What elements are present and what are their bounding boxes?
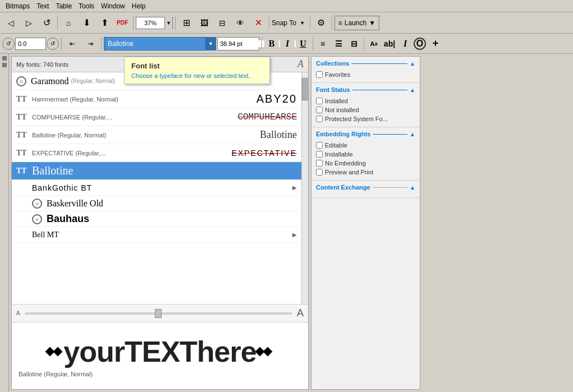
- slider-track[interactable]: [25, 312, 292, 315]
- add-btn[interactable]: +: [427, 35, 444, 52]
- font-selector-arrow[interactable]: ▼: [205, 37, 216, 50]
- view-btn[interactable]: 👁: [232, 15, 249, 31]
- font-item-baskerville[interactable]: o Baskerville Old: [12, 196, 301, 211]
- indent-left-btn[interactable]: ⇤: [64, 35, 81, 52]
- collections-favorites-row[interactable]: Favorites: [316, 70, 415, 79]
- align-btn[interactable]: ≡: [315, 36, 330, 51]
- menu-table[interactable]: Table: [52, 1, 75, 11]
- tooltip-selected: selected: [214, 72, 237, 79]
- font-name-input[interactable]: [104, 40, 205, 48]
- upload-btn[interactable]: ⬆: [96, 15, 113, 31]
- menu-bitmaps[interactable]: Bitmaps: [2, 1, 33, 11]
- font-size-a-btn[interactable]: Aa: [366, 36, 381, 51]
- table-btn[interactable]: ⊟: [214, 15, 231, 31]
- slider-thumb[interactable]: [155, 309, 162, 318]
- preview-print-row[interactable]: Preview and Print: [316, 168, 415, 177]
- editable-checkbox[interactable]: [316, 142, 323, 149]
- expectative-meta: EXPECTATIVE (Regular,...: [32, 150, 106, 156]
- font-item-compuhearse[interactable]: TT COMPUHEARSE (Regular,... COMPUHEARSE: [12, 108, 301, 126]
- ballotine-type-icon: TT: [16, 131, 27, 140]
- collections-label: Collections: [316, 60, 349, 67]
- zoom-box[interactable]: ▼: [136, 17, 173, 29]
- menu-window[interactable]: Window: [98, 1, 129, 11]
- not-installed-checkbox[interactable]: [316, 107, 323, 113]
- list2-btn[interactable]: ⊟: [347, 36, 361, 51]
- installable-checkbox[interactable]: [316, 151, 323, 158]
- scrollbar-v[interactable]: [301, 72, 308, 304]
- forward-btn[interactable]: ▷: [20, 15, 37, 31]
- sep9: [262, 37, 262, 50]
- bankgothic-arrow: ▶: [292, 185, 297, 191]
- redo-btn[interactable]: ↺: [47, 38, 59, 50]
- preview-print-checkbox[interactable]: [316, 169, 323, 176]
- collections-title: Collections ▲: [316, 60, 415, 67]
- menu-text[interactable]: Text: [33, 1, 52, 11]
- back-btn[interactable]: ◁: [2, 15, 19, 31]
- circle2-btn[interactable]: O: [414, 38, 426, 50]
- menu-help[interactable]: Help: [129, 1, 149, 11]
- embedding-expand[interactable]: ▲: [410, 131, 415, 137]
- home-btn[interactable]: ⌂: [60, 15, 77, 31]
- font-item-ballotine-selected[interactable]: TT Ballotine: [12, 162, 301, 180]
- no-embed-row[interactable]: No Embedding: [316, 159, 415, 168]
- no-embedding-checkbox[interactable]: [316, 160, 323, 167]
- sidebar-dot-1[interactable]: [2, 56, 7, 61]
- cross-btn[interactable]: ✕: [250, 15, 267, 31]
- bold-btn[interactable]: B: [264, 36, 279, 51]
- crop-btn[interactable]: ⊞: [178, 15, 195, 31]
- sidebar-dot-2[interactable]: [2, 63, 7, 67]
- ballotine-sel-icon: TT: [16, 167, 27, 176]
- not-installed-row[interactable]: Not installed: [316, 105, 415, 114]
- underline-btn[interactable]: U: [296, 36, 310, 51]
- main-area: My fonts: 740 fonts A Font list Choose a…: [0, 54, 573, 392]
- indent-right-btn[interactable]: ⇥: [82, 35, 99, 52]
- installable-row[interactable]: Installable: [316, 150, 415, 159]
- char-btn[interactable]: ab|: [382, 36, 397, 51]
- launch-btn[interactable]: ≡ Launch ▼: [334, 16, 379, 30]
- img-btn[interactable]: 🖼: [196, 15, 213, 31]
- font-item-bauhaus[interactable]: o Bauhaus: [12, 211, 301, 227]
- sep4: [269, 16, 269, 30]
- installed-row[interactable]: Installed: [316, 96, 415, 105]
- font-status-expand[interactable]: ▲: [410, 87, 415, 93]
- font-selector[interactable]: ▼: [104, 37, 216, 50]
- protected-row[interactable]: Protected System Fo...: [316, 114, 415, 123]
- zoom-input[interactable]: [136, 20, 164, 26]
- editable-label: Editable: [325, 142, 347, 149]
- compuhearse-preview: COMPUHEARSE: [237, 112, 297, 122]
- gear-btn[interactable]: ⚙: [313, 15, 329, 31]
- launch-arrow[interactable]: ▼: [369, 19, 375, 27]
- snap-arrow[interactable]: ▼: [297, 17, 308, 29]
- list-btn[interactable]: ☰: [331, 36, 346, 51]
- scrollbar-thumb[interactable]: [302, 78, 308, 100]
- font-item-ballotine[interactable]: TT Ballotine (Regular, Normal) Ballotine: [12, 126, 301, 144]
- italic2-btn[interactable]: I: [398, 36, 412, 51]
- zoom-arrow[interactable]: ▼: [164, 17, 172, 29]
- font-item-bellmt[interactable]: Bell MT ▶: [12, 227, 301, 243]
- snap-selector[interactable]: Snap To ▼: [272, 17, 308, 29]
- font-item-expectative[interactable]: TT EXPECTATIVE (Regular,... EXPECTATIVE: [12, 144, 301, 162]
- bellmt-name: Bell MT: [32, 230, 59, 239]
- favorites-checkbox[interactable]: [316, 71, 323, 78]
- font-item-hammermart[interactable]: TT Hammermart (Regular, Normal) ABY20: [12, 90, 301, 108]
- menu-tools[interactable]: Tools: [75, 1, 98, 11]
- size-selector[interactable]: ▼: [217, 37, 259, 50]
- undo-btn[interactable]: ↺: [2, 38, 15, 50]
- tooltip-new: new: [194, 72, 205, 79]
- content-exchange-label: Content Exchange: [316, 184, 370, 191]
- content-exchange-expand[interactable]: ▲: [410, 185, 415, 191]
- collections-expand[interactable]: ▲: [410, 61, 415, 67]
- undo-value: 0.0: [15, 38, 46, 50]
- editable-row[interactable]: Editable: [316, 141, 415, 150]
- refresh-btn[interactable]: ↺: [38, 15, 55, 31]
- installed-checkbox[interactable]: [316, 98, 323, 104]
- italic-btn[interactable]: I: [280, 36, 295, 51]
- pdf-btn[interactable]: PDF: [114, 15, 131, 31]
- hammermart-name: Hammermart (Regular, Normal): [32, 96, 118, 103]
- font-item-bankgothic[interactable]: BankGothic BT ▶: [12, 180, 301, 196]
- protected-checkbox[interactable]: [316, 116, 323, 122]
- sep1: [57, 16, 58, 30]
- bauhaus-name: Bauhaus: [47, 213, 89, 225]
- download-btn[interactable]: ⬇: [78, 15, 95, 31]
- favorites-label: Favorites: [325, 71, 350, 78]
